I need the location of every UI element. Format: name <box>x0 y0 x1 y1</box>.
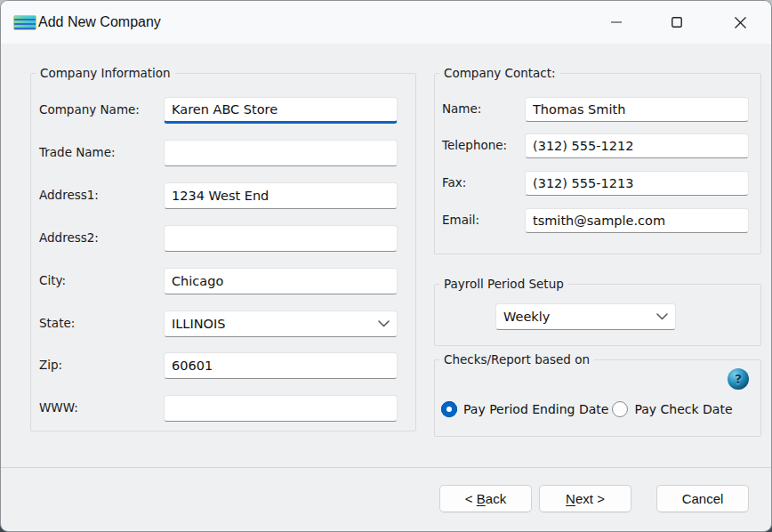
fax-input[interactable] <box>525 171 749 196</box>
help-icon[interactable]: ? <box>728 368 749 390</box>
minimize-button[interactable] <box>599 8 634 36</box>
zip-label: Zip: <box>39 358 62 372</box>
next-button[interactable]: Next > <box>539 485 631 512</box>
payroll-period-value: Weekly <box>503 310 550 324</box>
add-new-company-dialog: Add New Company Company Information Comp… <box>0 0 772 532</box>
company-name-label: Company Name: <box>39 102 140 117</box>
checks-report-group: Checks/Report based on ? Pay Period Endi… <box>434 359 761 437</box>
payroll-period-group: Payroll Period Setup Weekly <box>434 284 761 346</box>
back-button[interactable]: < Back <box>439 485 532 512</box>
telephone-input[interactable] <box>525 133 749 158</box>
company-contact-legend: Company Contact: <box>439 66 560 80</box>
state-select-value: ILLINOIS <box>172 317 225 331</box>
address2-label: Address2: <box>39 230 99 245</box>
payroll-period-select[interactable]: Weekly <box>495 303 676 330</box>
email-label: Email: <box>442 213 479 227</box>
close-button[interactable] <box>722 8 758 36</box>
next-button-label: Next > <box>566 491 605 506</box>
company-contact-group: Company Contact: Name: Telephone: Fax: E… <box>434 73 761 254</box>
minimize-icon <box>611 17 622 28</box>
state-select[interactable]: ILLINOIS <box>164 310 398 337</box>
close-icon <box>735 17 746 28</box>
cancel-button[interactable]: Cancel <box>656 485 749 512</box>
email-input[interactable] <box>525 208 749 233</box>
city-label: City: <box>39 273 66 287</box>
state-label: State: <box>39 316 75 330</box>
chevron-down-icon <box>378 320 390 327</box>
footer-divider <box>1 467 771 468</box>
contact-name-label: Name: <box>442 101 481 116</box>
app-ledger-icon <box>13 15 36 30</box>
title-bar: Add New Company <box>1 1 771 44</box>
fax-label: Fax: <box>442 175 466 189</box>
zip-input[interactable] <box>164 352 398 379</box>
telephone-label: Telephone: <box>442 138 507 152</box>
company-information-group: Company Information Company Name: Trade … <box>30 73 416 431</box>
cancel-button-label: Cancel <box>682 491 724 506</box>
payroll-period-legend: Payroll Period Setup <box>439 277 568 291</box>
pay-check-date-label: Pay Check Date <box>634 402 732 416</box>
pay-period-ending-date-radio[interactable] <box>441 401 457 417</box>
city-input[interactable] <box>164 268 398 294</box>
maximize-icon <box>671 17 682 28</box>
www-label: WWW: <box>39 400 78 415</box>
pay-period-ending-date-label: Pay Period Ending Date <box>463 402 608 416</box>
pay-check-date-radio[interactable] <box>612 401 628 417</box>
chevron-down-icon <box>656 313 668 320</box>
back-button-label: < Back <box>465 491 506 506</box>
trade-name-input[interactable] <box>164 140 398 166</box>
company-name-input[interactable] <box>164 97 398 124</box>
window-title: Add New Company <box>38 1 161 44</box>
www-input[interactable] <box>164 395 398 422</box>
address1-input[interactable] <box>164 182 398 209</box>
trade-name-label: Trade Name: <box>39 145 116 159</box>
checks-report-legend: Checks/Report based on <box>439 352 594 367</box>
company-information-legend: Company Information <box>36 66 175 80</box>
maximize-button[interactable] <box>659 8 695 36</box>
address2-input[interactable] <box>164 225 398 252</box>
contact-name-input[interactable] <box>525 97 749 122</box>
address1-label: Address1: <box>39 188 99 202</box>
checks-report-options: Pay Period Ending Date Pay Check Date <box>441 401 736 417</box>
